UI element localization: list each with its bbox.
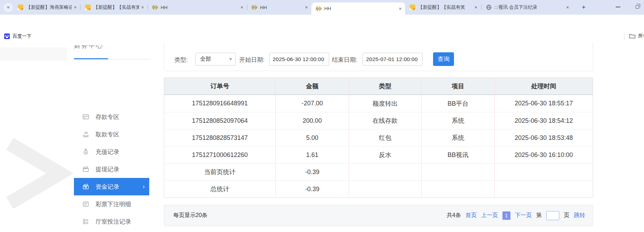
waveform-icon	[316, 6, 321, 12]
pagination-bar: 每页显示20条 共4条 首页 上一页 1 下一页 第 页 跳转	[164, 205, 593, 226]
start-date-value: 2025-06-30 12:00:00	[273, 56, 324, 62]
project: 系统	[422, 129, 495, 146]
forum-icon	[85, 5, 91, 10]
order-no: 1751280916648991	[164, 95, 276, 112]
column-header: 处理时间	[495, 78, 593, 95]
process-time: 2025-06-30 18:54:12	[495, 112, 593, 129]
sidebar-item-label: 提现记录	[96, 165, 119, 173]
empty-cell	[349, 163, 422, 180]
total-count-text: 共4条	[447, 212, 461, 219]
order-no: 1751280852097064	[164, 112, 276, 129]
next-page-link[interactable]: 下一页	[515, 212, 532, 219]
minimize-icon	[616, 7, 620, 7]
table-row: 1751280852097064 200.00 在线存款 系统 2025-06-…	[164, 112, 593, 129]
amount: -0.39	[276, 163, 349, 180]
bookmark-baidu[interactable]: 百度一下	[4, 33, 31, 39]
type-select-value: 全部	[200, 55, 211, 63]
tab-search-button[interactable]: ˅	[3, 3, 13, 12]
search-button[interactable]: 查询	[433, 52, 454, 66]
new-tab-button[interactable]: +	[579, 2, 589, 12]
folder-icon	[629, 33, 636, 39]
empty-cell	[495, 180, 593, 197]
close-icon[interactable]: ×	[566, 5, 569, 10]
column-header: 项目	[422, 78, 495, 95]
tab-forum-1[interactable]: 【新提醒】海燕策略论坛 ×	[13, 0, 80, 15]
tab-hh-active[interactable]: HH ×	[311, 2, 405, 15]
page-content: 财务中心 存款专区 取款专区 充值记录 提现记录 资金记录 › 彩票下注明细	[0, 43, 644, 232]
jump-page-input[interactable]	[546, 211, 559, 220]
tab-video-records[interactable]: :::视讯 会员下注纪录 ×	[482, 0, 573, 15]
amount: 5.00	[276, 129, 349, 146]
sidebar-item-deposit-zone[interactable]: 存款专区	[74, 108, 149, 126]
sidebar-item-label: 彩票下注明细	[96, 200, 131, 208]
tab-strip: ˅ 【新提醒】海燕策略论坛 × 【新提醒】【实战有奖 × HH × HH × H…	[0, 0, 644, 15]
start-date-label: 开始日期:	[239, 56, 265, 64]
sidebar-item-label: 存款专区	[96, 113, 119, 121]
bookmarks-bar: 百度一下 所有书签	[0, 31, 644, 43]
chevron-right-icon: ›	[143, 183, 145, 190]
type-select[interactable]: 全部 ˅	[195, 53, 236, 66]
order-no: 1751271000612260	[164, 146, 276, 163]
empty-cell	[422, 180, 495, 197]
sidebar-item-label: 取款专区	[96, 130, 119, 139]
close-icon[interactable]: ×	[475, 5, 477, 10]
chevron-down-icon: ˅	[229, 57, 232, 62]
sidebar-item-label: 充值记录	[96, 148, 119, 156]
all-bookmarks-label: 所有书签	[638, 33, 644, 39]
first-page-link[interactable]: 首页	[465, 212, 477, 219]
table-row: 1751280828573147 5.00 红包 系统 2025-06-30 1…	[164, 129, 593, 146]
all-bookmarks-button[interactable]: 所有书签	[629, 33, 644, 39]
minimize-button[interactable]	[610, 0, 626, 14]
close-icon[interactable]: ×	[74, 5, 77, 10]
table-row: 1751280916648991 -207.00 额度转出 BB平台 2025-…	[164, 95, 593, 112]
tab-title: 【新提醒】海燕策略论坛	[26, 4, 72, 10]
tab-hh-2[interactable]: HH ×	[247, 0, 311, 15]
column-header: 金额	[276, 78, 349, 95]
sidebar-item-recharge-records[interactable]: 充值记录	[74, 143, 149, 160]
chevron-down-icon: ˅	[7, 5, 10, 10]
sidebar-item-withdrawal-records[interactable]: 提现记录	[74, 160, 149, 178]
empty-cell	[495, 163, 593, 180]
close-icon[interactable]: ×	[305, 5, 308, 10]
page-size-text: 每页显示20条	[173, 205, 207, 226]
close-icon[interactable]: ×	[141, 5, 144, 10]
watermark-chevron	[0, 139, 73, 210]
restore-icon	[636, 5, 639, 9]
sidebar-item-player-bet-report[interactable]: 玩家投注报表	[74, 230, 149, 232]
process-time: 2025-06-30 16:10:00	[495, 146, 593, 163]
project: 系统	[422, 112, 495, 129]
bookmark-label: 百度一下	[13, 33, 31, 39]
end-date-label: 结束日期:	[332, 56, 357, 64]
end-date-input[interactable]: 2025-07-01 12:00:00	[363, 53, 423, 66]
close-icon[interactable]: ×	[241, 5, 243, 10]
funds-table: 订单号 金额 类型 项目 处理时间 1751280916648991 -207.…	[164, 77, 593, 198]
jump-button[interactable]: 跳转	[574, 212, 585, 219]
forum-icon	[18, 5, 23, 10]
empty-cell	[349, 180, 422, 197]
browser-toolbar: ← → ↻ ⌂ yl756.com/hhcp/usercenter.html?i…	[0, 15, 644, 31]
stat-label: 总统计	[164, 180, 276, 197]
sidebar-header-text: 财务中心	[74, 45, 126, 50]
type: 额度转出	[349, 95, 422, 112]
start-date-input[interactable]: 2025-06-30 12:00:00	[269, 53, 329, 66]
sidebar-item-lottery-bet-detail[interactable]: 彩票下注明细	[74, 195, 149, 213]
sidebar-item-withdraw-zone[interactable]: 取款专区	[74, 126, 149, 143]
withdraw-hand-icon	[82, 131, 89, 138]
globe-icon	[486, 5, 492, 10]
restore-button[interactable]	[630, 0, 644, 14]
current-page-indicator[interactable]: 1	[502, 211, 510, 220]
tab-hh-1[interactable]: HH ×	[148, 0, 247, 15]
process-time: 2025-06-30 18:53:48	[495, 129, 593, 146]
cash-icon	[82, 183, 89, 190]
close-icon[interactable]: ×	[399, 6, 402, 12]
project: BB视讯	[422, 146, 495, 163]
sidebar-item-funds-records[interactable]: 资金记录 ›	[74, 178, 149, 195]
amount: 1.61	[276, 146, 349, 163]
prev-page-link[interactable]: 上一页	[481, 212, 498, 219]
jump-suffix-text: 页	[564, 212, 569, 219]
tab-title: HH	[324, 6, 397, 11]
tab-forum-3[interactable]: 【新提醒】【实战有奖 ×	[405, 0, 481, 15]
sidebar-item-hall-bet-records[interactable]: 厅室投注记录	[74, 213, 149, 230]
bookmarks-divider	[624, 33, 624, 40]
tab-forum-2[interactable]: 【新提醒】【实战有奖 ×	[81, 0, 147, 15]
